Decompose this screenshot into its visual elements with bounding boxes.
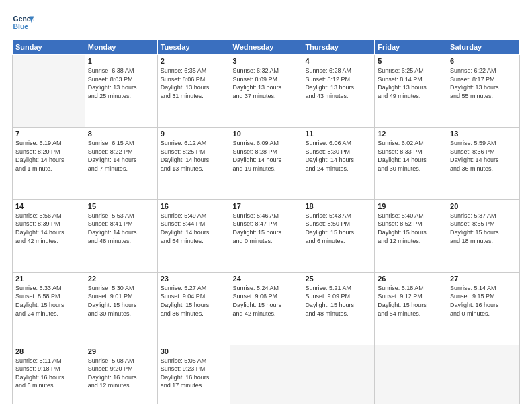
day-number: 29: [88, 347, 154, 355]
calendar-day-cell: 11Sunrise: 6:06 AMSunset: 8:30 PMDayligh…: [302, 127, 375, 199]
calendar-day-cell: 21Sunrise: 5:33 AMSunset: 8:58 PMDayligh…: [13, 272, 85, 345]
day-number: 10: [233, 130, 300, 138]
calendar-week-row: 21Sunrise: 5:33 AMSunset: 8:58 PMDayligh…: [13, 272, 520, 345]
day-number: 16: [161, 202, 227, 210]
calendar-day-cell: 16Sunrise: 5:49 AMSunset: 8:44 PMDayligh…: [157, 199, 230, 272]
calendar-week-row: 1Sunrise: 6:38 AMSunset: 8:03 PMDaylight…: [13, 55, 520, 128]
day-info: Sunrise: 6:32 AMSunset: 8:09 PMDaylight:…: [233, 66, 300, 100]
calendar-week-row: 14Sunrise: 5:56 AMSunset: 8:39 PMDayligh…: [13, 199, 520, 272]
calendar-week-row: 28Sunrise: 5:11 AMSunset: 9:18 PMDayligh…: [13, 345, 520, 404]
calendar-header-wednesday: Wednesday: [230, 40, 302, 55]
day-info: Sunrise: 5:24 AMSunset: 9:06 PMDaylight:…: [233, 284, 300, 318]
day-number: 1: [88, 57, 154, 65]
day-number: 28: [15, 347, 82, 355]
day-number: 9: [161, 130, 227, 138]
calendar-header-friday: Friday: [375, 40, 447, 55]
day-number: 21: [15, 275, 82, 283]
day-info: Sunrise: 5:53 AMSunset: 8:41 PMDaylight:…: [88, 212, 154, 245]
day-number: 27: [450, 275, 517, 283]
day-info: Sunrise: 5:46 AMSunset: 8:47 PMDaylight:…: [233, 212, 300, 245]
calendar-day-cell: 27Sunrise: 5:14 AMSunset: 9:15 PMDayligh…: [447, 272, 520, 345]
day-number: 11: [305, 130, 371, 138]
day-number: 7: [15, 130, 82, 138]
day-info: Sunrise: 6:38 AMSunset: 8:03 PMDaylight:…: [88, 66, 154, 100]
day-number: 15: [88, 202, 154, 210]
day-info: Sunrise: 5:18 AMSunset: 9:12 PMDaylight:…: [378, 284, 444, 318]
day-info: Sunrise: 5:43 AMSunset: 8:50 PMDaylight:…: [305, 212, 371, 245]
day-number: 13: [450, 130, 517, 138]
calendar-day-cell: 26Sunrise: 5:18 AMSunset: 9:12 PMDayligh…: [375, 272, 447, 345]
day-number: 8: [88, 130, 154, 138]
day-number: 17: [233, 202, 300, 210]
day-number: 20: [450, 202, 517, 210]
calendar-day-cell: 4Sunrise: 6:28 AMSunset: 8:12 PMDaylight…: [302, 55, 375, 128]
day-info: Sunrise: 6:15 AMSunset: 8:22 PMDaylight:…: [88, 139, 154, 173]
svg-text:Blue: Blue: [13, 23, 29, 30]
calendar-day-cell: 2Sunrise: 6:35 AMSunset: 8:06 PMDaylight…: [157, 55, 230, 128]
day-info: Sunrise: 6:09 AMSunset: 8:28 PMDaylight:…: [233, 139, 300, 173]
day-number: 23: [161, 275, 227, 283]
calendar-day-cell: 10Sunrise: 6:09 AMSunset: 8:28 PMDayligh…: [230, 127, 302, 199]
day-number: 26: [378, 275, 444, 283]
day-number: 5: [378, 57, 444, 65]
calendar-header-sunday: Sunday: [13, 40, 85, 55]
day-number: 22: [88, 275, 154, 283]
day-number: 2: [161, 57, 227, 65]
day-info: Sunrise: 6:22 AMSunset: 8:17 PMDaylight:…: [450, 66, 517, 100]
day-info: Sunrise: 5:14 AMSunset: 9:15 PMDaylight:…: [450, 284, 517, 318]
day-info: Sunrise: 5:56 AMSunset: 8:39 PMDaylight:…: [15, 212, 82, 245]
calendar-day-cell: 20Sunrise: 5:37 AMSunset: 8:55 PMDayligh…: [447, 199, 520, 272]
calendar-header-tuesday: Tuesday: [157, 40, 230, 55]
calendar-day-cell: [13, 55, 85, 128]
day-info: Sunrise: 6:02 AMSunset: 8:33 PMDaylight:…: [378, 139, 444, 173]
logo: General Blue: [12, 12, 36, 34]
calendar-header-monday: Monday: [85, 40, 157, 55]
logo-icon: General Blue: [12, 12, 34, 34]
calendar-day-cell: 6Sunrise: 6:22 AMSunset: 8:17 PMDaylight…: [447, 55, 520, 128]
calendar-header-thursday: Thursday: [302, 40, 375, 55]
day-info: Sunrise: 5:27 AMSunset: 9:04 PMDaylight:…: [161, 284, 227, 318]
day-info: Sunrise: 6:19 AMSunset: 8:20 PMDaylight:…: [15, 139, 82, 173]
day-info: Sunrise: 5:49 AMSunset: 8:44 PMDaylight:…: [161, 212, 227, 245]
calendar-day-cell: 29Sunrise: 5:08 AMSunset: 9:20 PMDayligh…: [85, 345, 157, 404]
day-info: Sunrise: 5:30 AMSunset: 9:01 PMDaylight:…: [88, 284, 154, 318]
calendar-day-cell: 30Sunrise: 5:05 AMSunset: 9:23 PMDayligh…: [157, 345, 230, 404]
day-info: Sunrise: 5:40 AMSunset: 8:52 PMDaylight:…: [378, 212, 444, 245]
day-number: 6: [450, 57, 517, 65]
calendar-day-cell: 25Sunrise: 5:21 AMSunset: 9:09 PMDayligh…: [302, 272, 375, 345]
day-info: Sunrise: 6:06 AMSunset: 8:30 PMDaylight:…: [305, 139, 371, 173]
calendar-day-cell: 15Sunrise: 5:53 AMSunset: 8:41 PMDayligh…: [85, 199, 157, 272]
calendar-day-cell: 5Sunrise: 6:25 AMSunset: 8:14 PMDaylight…: [375, 55, 447, 128]
calendar-day-cell: 24Sunrise: 5:24 AMSunset: 9:06 PMDayligh…: [230, 272, 302, 345]
header: General Blue: [12, 12, 520, 34]
day-number: 30: [161, 347, 227, 355]
calendar-week-row: 7Sunrise: 6:19 AMSunset: 8:20 PMDaylight…: [13, 127, 520, 199]
day-number: 19: [378, 202, 444, 210]
day-info: Sunrise: 6:12 AMSunset: 8:25 PMDaylight:…: [161, 139, 227, 173]
calendar-day-cell: 23Sunrise: 5:27 AMSunset: 9:04 PMDayligh…: [157, 272, 230, 345]
calendar-day-cell: 3Sunrise: 6:32 AMSunset: 8:09 PMDaylight…: [230, 55, 302, 128]
day-info: Sunrise: 5:21 AMSunset: 9:09 PMDaylight:…: [305, 284, 371, 318]
day-info: Sunrise: 5:59 AMSunset: 8:36 PMDaylight:…: [450, 139, 517, 173]
calendar-day-cell: 18Sunrise: 5:43 AMSunset: 8:50 PMDayligh…: [302, 199, 375, 272]
calendar-table: SundayMondayTuesdayWednesdayThursdayFrid…: [12, 39, 520, 404]
calendar-header-row: SundayMondayTuesdayWednesdayThursdayFrid…: [13, 40, 520, 55]
day-info: Sunrise: 5:33 AMSunset: 8:58 PMDaylight:…: [15, 284, 82, 318]
calendar-day-cell: 9Sunrise: 6:12 AMSunset: 8:25 PMDaylight…: [157, 127, 230, 199]
day-number: 3: [233, 57, 300, 65]
day-number: 25: [305, 275, 371, 283]
day-info: Sunrise: 6:28 AMSunset: 8:12 PMDaylight:…: [305, 66, 371, 100]
calendar-header-saturday: Saturday: [447, 40, 520, 55]
day-info: Sunrise: 5:05 AMSunset: 9:23 PMDaylight:…: [161, 357, 227, 390]
calendar-day-cell: [302, 345, 375, 404]
calendar-day-cell: 7Sunrise: 6:19 AMSunset: 8:20 PMDaylight…: [13, 127, 85, 199]
calendar-day-cell: 28Sunrise: 5:11 AMSunset: 9:18 PMDayligh…: [13, 345, 85, 404]
calendar-day-cell: 22Sunrise: 5:30 AMSunset: 9:01 PMDayligh…: [85, 272, 157, 345]
calendar-day-cell: 17Sunrise: 5:46 AMSunset: 8:47 PMDayligh…: [230, 199, 302, 272]
calendar-day-cell: 13Sunrise: 5:59 AMSunset: 8:36 PMDayligh…: [447, 127, 520, 199]
calendar-day-cell: 8Sunrise: 6:15 AMSunset: 8:22 PMDaylight…: [85, 127, 157, 199]
day-number: 12: [378, 130, 444, 138]
day-number: 4: [305, 57, 371, 65]
calendar-day-cell: [375, 345, 447, 404]
calendar-day-cell: 12Sunrise: 6:02 AMSunset: 8:33 PMDayligh…: [375, 127, 447, 199]
